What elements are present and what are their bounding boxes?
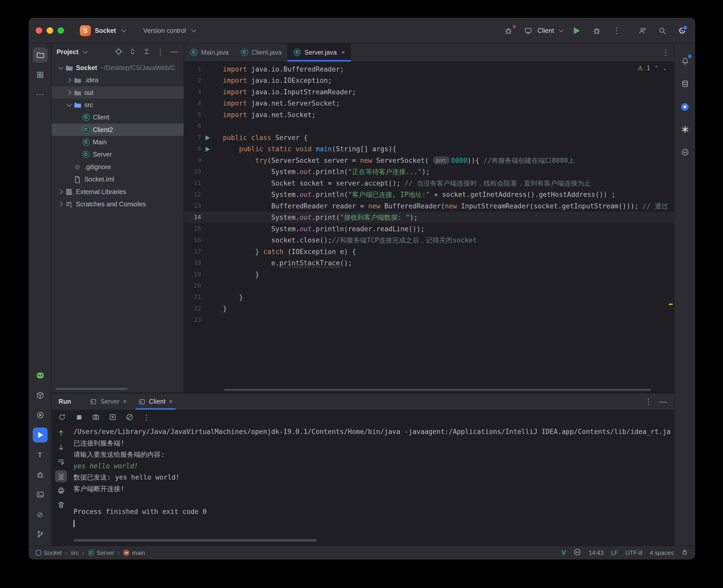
code-line-22[interactable]: 22} bbox=[184, 303, 674, 315]
thread-dump-button[interactable] bbox=[90, 412, 101, 423]
locate-file-button[interactable] bbox=[114, 47, 123, 56]
code-line-1[interactable]: 1import java.io.BufferedReader; bbox=[184, 64, 674, 75]
run-gutter-icon[interactable] bbox=[205, 135, 210, 140]
scroll-end-button[interactable] bbox=[55, 470, 67, 482]
code-line-10[interactable]: 10 System.out.println("正在等待客户连接..."); bbox=[184, 166, 674, 177]
code-line-23[interactable]: 23 bbox=[184, 315, 674, 326]
tree-chevron-icon[interactable] bbox=[65, 104, 73, 106]
services-tool-button[interactable] bbox=[33, 408, 47, 423]
tree-chevron-icon[interactable] bbox=[57, 190, 65, 193]
search-everywhere-button[interactable] bbox=[656, 25, 668, 36]
code-line-9[interactable]: 9 try(ServerSocket server = new ServerSo… bbox=[184, 155, 674, 166]
rerun-button[interactable] bbox=[57, 412, 68, 423]
tree-item-external-libraries[interactable]: External Libraries bbox=[52, 186, 184, 198]
editor-tab-server-java[interactable]: CServer.java× bbox=[288, 44, 351, 61]
code-line-17[interactable]: 17 } catch (IOException e) { bbox=[184, 246, 674, 258]
tree-item-main[interactable]: CMain bbox=[52, 136, 184, 148]
ai-assistant-icon[interactable] bbox=[33, 368, 47, 383]
run-gutter-icon[interactable] bbox=[205, 147, 210, 151]
line-number[interactable]: 1 bbox=[184, 64, 201, 75]
tree-item-idea[interactable]: .idea bbox=[52, 74, 184, 86]
copilot-plugin-icon[interactable] bbox=[677, 145, 692, 160]
line-number[interactable]: 6 bbox=[184, 121, 201, 132]
more-tools-button[interactable]: ⋯ bbox=[33, 87, 47, 102]
caret-position[interactable]: 14:43 bbox=[589, 549, 604, 556]
dependencies-icon[interactable] bbox=[33, 388, 47, 403]
tab-list-button[interactable]: ⋮ bbox=[657, 44, 674, 61]
breadcrumb-src[interactable]: src bbox=[71, 549, 79, 556]
tree-item-socket[interactable]: Socket~/Desktop/CS/JavaWeb/C bbox=[52, 62, 184, 74]
tree-chevron-icon[interactable] bbox=[65, 91, 73, 94]
code-line-16[interactable]: 16 socket.close();//和服务端TCP连接完成之后，记得关闭so… bbox=[184, 234, 674, 246]
breadcrumb-server[interactable]: CServer bbox=[88, 549, 114, 556]
line-number[interactable]: 8 bbox=[184, 143, 201, 155]
line-number[interactable]: 18 bbox=[184, 257, 201, 269]
line-number[interactable]: 13 bbox=[184, 201, 201, 212]
code-line-4[interactable]: 4import java.net.ServerSocket; bbox=[184, 98, 674, 109]
line-number[interactable]: 3 bbox=[184, 86, 201, 98]
line-number[interactable]: 4 bbox=[184, 98, 201, 109]
line-separator[interactable]: LF bbox=[611, 549, 618, 556]
code-line-20[interactable]: 20 bbox=[184, 280, 674, 292]
lock-icon[interactable] bbox=[681, 548, 688, 557]
line-number[interactable]: 19 bbox=[184, 269, 201, 280]
run-tab-client[interactable]: Client× bbox=[133, 393, 179, 410]
line-number[interactable]: 17 bbox=[184, 246, 201, 258]
tree-item-client[interactable]: CClient bbox=[52, 111, 184, 123]
todo-tool-button[interactable]: T bbox=[33, 447, 47, 462]
line-number[interactable]: 7 bbox=[184, 132, 201, 144]
tree-chevron-icon[interactable] bbox=[57, 67, 65, 69]
close-window-button[interactable] bbox=[36, 27, 42, 34]
hide-panel-button[interactable]: — bbox=[170, 47, 179, 56]
editor-tab-main-java[interactable]: CMain.java bbox=[184, 44, 235, 61]
terminal-tool-button[interactable] bbox=[33, 487, 47, 502]
minimize-window-button[interactable] bbox=[47, 27, 53, 34]
project-panel-hscrollbar[interactable] bbox=[56, 388, 128, 390]
next-problem-button[interactable]: ⌄ bbox=[663, 65, 667, 71]
copilot-status-icon[interactable] bbox=[574, 548, 581, 558]
debug-tool-button[interactable] bbox=[33, 467, 47, 482]
run-button[interactable] bbox=[571, 25, 583, 36]
code-line-21[interactable]: 21 } bbox=[184, 292, 674, 303]
run-options-button[interactable]: ⋮ bbox=[644, 398, 652, 405]
plugin-blue-icon[interactable] bbox=[677, 99, 692, 114]
clear-output-button[interactable] bbox=[124, 412, 135, 423]
code-line-11[interactable]: 11 Socket socket = server.accept(); // 当… bbox=[184, 177, 674, 189]
file-encoding[interactable]: UTF-8 bbox=[625, 549, 642, 556]
zoom-window-button[interactable] bbox=[58, 27, 64, 34]
close-tab-icon[interactable]: × bbox=[123, 398, 127, 405]
softwrap-button[interactable] bbox=[55, 456, 67, 467]
code-line-8[interactable]: 8 public static void main(String[] args)… bbox=[184, 143, 674, 155]
run-config-selector[interactable]: Client bbox=[522, 25, 563, 36]
code-line-19[interactable]: 19 } bbox=[184, 269, 674, 280]
breadcrumb-socket[interactable]: Socket bbox=[36, 549, 62, 556]
tree-item-server[interactable]: CServer bbox=[52, 148, 184, 161]
notifications-button[interactable] bbox=[677, 54, 692, 68]
code-line-15[interactable]: 15 System.out.println(reader.readLine())… bbox=[184, 223, 674, 235]
tree-chevron-icon[interactable] bbox=[65, 79, 73, 82]
run-tool-button[interactable] bbox=[33, 427, 47, 442]
line-number[interactable]: 21 bbox=[184, 292, 201, 303]
tree-item-src[interactable]: src bbox=[52, 99, 184, 111]
code-line-13[interactable]: 13 BufferedReader reader = new BufferedR… bbox=[184, 201, 674, 212]
warning-stripe-mark[interactable] bbox=[669, 303, 672, 305]
run-more-button[interactable]: ⋮ bbox=[141, 412, 152, 423]
breadcrumb-main[interactable]: mmain bbox=[123, 549, 145, 556]
code-with-me-button[interactable] bbox=[637, 25, 648, 36]
tree-chevron-icon[interactable] bbox=[57, 202, 65, 206]
code-line-12[interactable]: 12 System.out.println("客户端已连接, IP地址:" + … bbox=[184, 189, 674, 201]
indent-setting[interactable]: 4 spaces bbox=[650, 549, 674, 556]
settings-button[interactable]: ⚙ bbox=[676, 25, 688, 36]
line-number[interactable]: 20 bbox=[184, 280, 201, 292]
debug-button[interactable] bbox=[591, 25, 603, 36]
dump-button[interactable] bbox=[107, 412, 118, 423]
more-actions-button[interactable]: ⋮ bbox=[610, 25, 622, 36]
code-line-14[interactable]: 14 System.out.print("接收到客户端数据: "); bbox=[184, 212, 674, 223]
line-number[interactable]: 14 bbox=[184, 212, 201, 223]
line-number[interactable]: 23 bbox=[184, 315, 201, 326]
line-number[interactable]: 11 bbox=[184, 177, 201, 189]
print-button[interactable] bbox=[55, 484, 67, 496]
line-number[interactable]: 9 bbox=[184, 155, 201, 166]
line-number[interactable]: 2 bbox=[184, 75, 201, 86]
tree-item-socket-iml[interactable]: Socket.iml bbox=[52, 173, 184, 185]
